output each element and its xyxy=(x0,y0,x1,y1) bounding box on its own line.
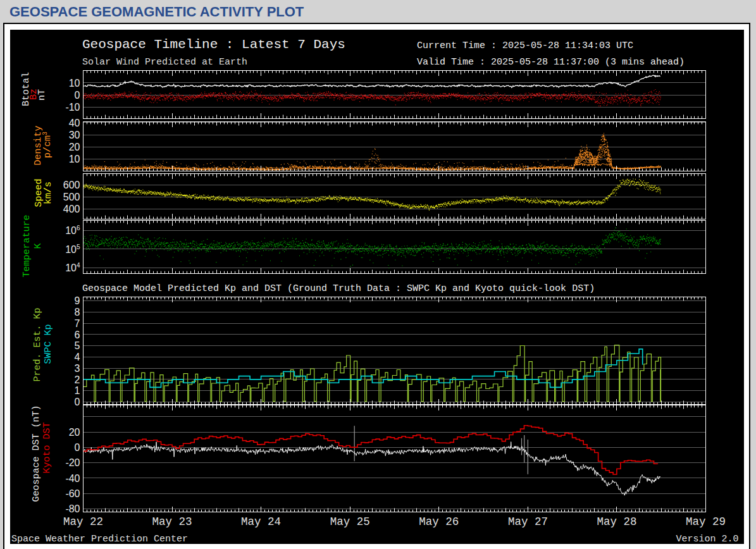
svg-text:Valid Time : 2025-05-28 11:37:: Valid Time : 2025-05-28 11:37:00 (3 mins… xyxy=(417,57,685,68)
svg-text:6: 6 xyxy=(75,330,80,340)
svg-text:0: 0 xyxy=(75,90,80,101)
svg-text:7: 7 xyxy=(75,318,80,329)
svg-text:30: 30 xyxy=(69,130,80,140)
svg-text:8: 8 xyxy=(75,307,80,318)
svg-text:May 22: May 22 xyxy=(63,515,103,528)
svg-text:May 23: May 23 xyxy=(152,515,192,528)
svg-text:-10: -10 xyxy=(65,102,80,113)
svg-text:-20: -20 xyxy=(65,457,80,468)
svg-text:Geospace Timeline : Latest 7 D: Geospace Timeline : Latest 7 Days xyxy=(82,37,345,52)
svg-text:Geospace DST (nT): Geospace DST (nT) xyxy=(31,405,42,502)
svg-text:Kyoto DST: Kyoto DST xyxy=(42,422,53,473)
svg-text:-60: -60 xyxy=(65,488,80,499)
svg-text:0: 0 xyxy=(75,397,80,407)
svg-text:0: 0 xyxy=(75,442,80,453)
svg-text:Current Time : 2025-05-28 11:3: Current Time : 2025-05-28 11:34:03 UTC xyxy=(417,40,633,51)
svg-text:400: 400 xyxy=(63,204,80,214)
svg-text:9: 9 xyxy=(75,295,80,306)
svg-text:10: 10 xyxy=(69,78,80,89)
svg-text:600: 600 xyxy=(63,180,80,190)
svg-text:May 26: May 26 xyxy=(419,515,459,528)
svg-text:Pred. Est. Kp: Pred. Est. Kp xyxy=(32,307,43,381)
svg-text:3: 3 xyxy=(75,363,80,374)
svg-text:10: 10 xyxy=(69,154,80,164)
svg-text:-40: -40 xyxy=(65,473,80,484)
svg-text:Space Weather Prediction Cente: Space Weather Prediction Center xyxy=(11,534,188,544)
svg-text:SWPC Kp: SWPC Kp xyxy=(43,324,54,364)
svg-text:km/s: km/s xyxy=(43,182,54,204)
svg-text:nT: nT xyxy=(37,89,47,101)
svg-text:Version 2.0: Version 2.0 xyxy=(676,534,738,544)
svg-text:5: 5 xyxy=(75,340,80,351)
svg-text:May 29: May 29 xyxy=(686,515,726,528)
svg-text:-80: -80 xyxy=(65,503,80,514)
svg-text:Geospace Model Predicted Kp an: Geospace Model Predicted Kp and DST (Gro… xyxy=(82,283,595,294)
svg-text:20: 20 xyxy=(69,427,80,438)
svg-text:1: 1 xyxy=(75,385,80,396)
svg-text:Solar Wind Predicted at Earth: Solar Wind Predicted at Earth xyxy=(82,57,247,68)
svg-text:500: 500 xyxy=(63,192,80,202)
svg-text:20: 20 xyxy=(69,142,80,152)
svg-text:2: 2 xyxy=(75,374,80,385)
svg-text:K: K xyxy=(33,243,44,249)
svg-text:May 28: May 28 xyxy=(597,515,636,528)
svg-text:p/cm3: p/cm3 xyxy=(42,132,53,158)
svg-text:4: 4 xyxy=(75,352,80,362)
svg-text:Temperature: Temperature xyxy=(22,214,32,277)
svg-text:May 24: May 24 xyxy=(241,515,281,528)
svg-text:May 25: May 25 xyxy=(330,515,370,528)
svg-text:May 27: May 27 xyxy=(508,515,548,528)
svg-text:40: 40 xyxy=(69,118,80,128)
